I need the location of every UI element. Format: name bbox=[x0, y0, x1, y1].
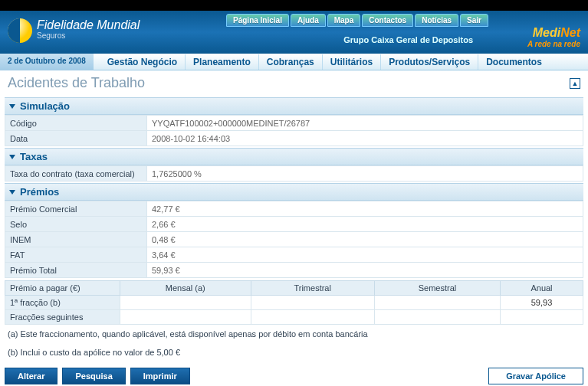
menu-cobrancas[interactable]: Cobranças bbox=[258, 54, 322, 70]
grid-cell bbox=[251, 310, 374, 325]
note-b: (b) Inclui o custo da apólice no valor d… bbox=[5, 343, 583, 361]
premio-row-label: INEM bbox=[5, 232, 147, 247]
premio-row-value: 2,66 € bbox=[147, 217, 583, 232]
grid-row-label: Fracções seguintes bbox=[5, 310, 120, 325]
grid-row-label: 1ª fracção (b) bbox=[5, 296, 120, 310]
simulacao-table: Código YYQATF100002+000000MEDINET/26787 … bbox=[5, 115, 583, 146]
grid-cell bbox=[120, 310, 251, 325]
grid-cell bbox=[120, 296, 251, 310]
nav-map[interactable]: Mapa bbox=[327, 14, 361, 27]
codigo-label: Código bbox=[5, 116, 147, 131]
pesquisa-button[interactable]: Pesquisa bbox=[62, 368, 125, 384]
menu-utilitarios[interactable]: Utilitários bbox=[322, 54, 380, 70]
grid-row-fraccoes: Fracções seguintes bbox=[5, 310, 583, 325]
grid-h4: Anual bbox=[501, 281, 583, 296]
nav-home[interactable]: Página Inicial bbox=[226, 14, 289, 27]
grid-h0: Prémio a pagar (€) bbox=[5, 281, 120, 296]
medinet-logo: MediNet A rede na rede bbox=[527, 26, 580, 48]
premios-table: Prémio Comercial42,77 € Selo2,66 € INEM0… bbox=[5, 201, 583, 278]
page-title: Acidentes de Trabalho bbox=[8, 75, 145, 91]
premio-row-value: 0,48 € bbox=[147, 232, 583, 247]
codigo-value: YYQATF100002+000000MEDINET/26787 bbox=[147, 116, 583, 131]
caret-down-icon bbox=[9, 190, 15, 195]
grid-cell bbox=[374, 296, 500, 310]
premio-row-value: 3,64 € bbox=[147, 247, 583, 263]
grid-cell bbox=[501, 310, 583, 325]
caret-down-icon bbox=[9, 155, 15, 159]
premio-row-label: Prémio Comercial bbox=[5, 201, 147, 217]
premio-row-label: Selo bbox=[5, 217, 147, 232]
logo-icon bbox=[8, 18, 32, 43]
grid-h1: Mensal (a) bbox=[120, 281, 251, 296]
section-title-taxas: Taxas bbox=[20, 151, 48, 162]
nav-contacts[interactable]: Contactos bbox=[362, 14, 413, 27]
premio-row-value: 42,77 € bbox=[147, 201, 583, 217]
caret-down-icon bbox=[9, 104, 15, 109]
menu-documentos[interactable]: Documentos bbox=[478, 54, 550, 70]
nav-help[interactable]: Ajuda bbox=[291, 14, 326, 27]
section-title-simulacao: Simulação bbox=[20, 100, 70, 112]
medinet-tagline: A rede na rede bbox=[527, 40, 580, 48]
premio-row-label: FAT bbox=[5, 247, 147, 263]
note-a: (a) Este fraccionamento, quando aplicáve… bbox=[5, 325, 583, 343]
menu-produtos[interactable]: Produtos/Serviços bbox=[380, 54, 478, 70]
grid-h2: Trimestral bbox=[251, 281, 374, 296]
grid-cell bbox=[374, 310, 500, 325]
menu-gestao[interactable]: Gestão Negócio bbox=[100, 54, 185, 70]
data-value: 2008-10-02 16:44:03 bbox=[147, 131, 583, 146]
nav-news[interactable]: Notícias bbox=[415, 14, 458, 27]
brand-name: Fidelidade Mundial bbox=[37, 20, 140, 31]
taxas-table: Taxa do contrato (taxa comercial) 1,7625… bbox=[5, 165, 583, 182]
group-label: Grupo Caixa Geral de Depositos bbox=[343, 35, 473, 44]
grid-h3: Semestral bbox=[374, 281, 500, 296]
section-taxas[interactable]: Taxas bbox=[5, 148, 583, 165]
collapse-icon[interactable]: ▲ bbox=[570, 78, 580, 89]
menu-planeamento[interactable]: Planeamento bbox=[185, 54, 258, 70]
url-bar bbox=[0, 0, 588, 11]
imprimir-button[interactable]: Imprimir bbox=[130, 368, 190, 384]
alterar-button[interactable]: Alterar bbox=[5, 368, 57, 384]
data-label: Data bbox=[5, 131, 147, 146]
top-nav: Página Inicial Ajuda Mapa Contactos Notí… bbox=[226, 14, 488, 27]
section-title-premios: Prémios bbox=[20, 186, 59, 198]
premio-row-label: Prémio Total bbox=[5, 263, 147, 278]
section-simulacao[interactable]: Simulação bbox=[5, 97, 583, 115]
premio-row-value: 59,93 € bbox=[147, 263, 583, 278]
brand-logo: Fidelidade Mundial Seguros bbox=[8, 18, 140, 43]
gravar-apolice-button[interactable]: Gravar Apólice bbox=[488, 368, 583, 384]
main-menu: 2 de Outubro de 2008 Gestão Negócio Plan… bbox=[0, 54, 588, 70]
taxa-label: Taxa do contrato (taxa comercial) bbox=[5, 166, 147, 182]
nav-exit[interactable]: Sair bbox=[460, 14, 488, 27]
grid-row-fraccao1: 1ª fracção (b) 59,93 bbox=[5, 296, 583, 310]
grid-cell-anual: 59,93 bbox=[501, 296, 583, 310]
taxa-value: 1,7625000 % bbox=[147, 166, 583, 182]
app-header: Fidelidade Mundial Seguros Página Inicia… bbox=[0, 11, 588, 54]
brand-sub: Seguros bbox=[37, 31, 140, 41]
section-premios[interactable]: Prémios bbox=[5, 183, 583, 201]
date-label: 2 de Outubro de 2008 bbox=[0, 54, 94, 70]
footer-actions: Alterar Pesquisa Imprimir Gravar Apólice bbox=[0, 361, 588, 386]
payment-grid: Prémio a pagar (€) Mensal (a) Trimestral… bbox=[5, 280, 583, 325]
grid-cell bbox=[251, 296, 374, 310]
